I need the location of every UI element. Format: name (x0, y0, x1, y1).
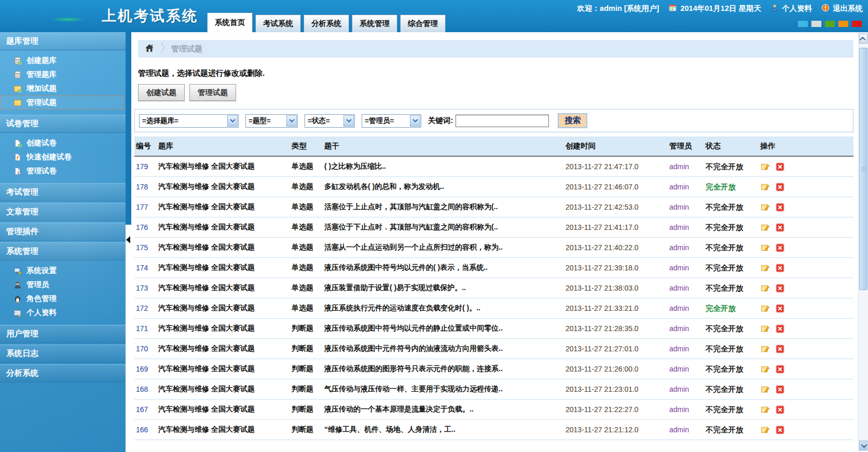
sidebar-section-题库管理[interactable]: 题库管理 (0, 32, 126, 50)
sidebar-section-用户管理[interactable]: 用户管理 (0, 325, 126, 343)
edit-note-icon[interactable] (760, 365, 770, 374)
tab-分析系统[interactable]: 分析系统 (304, 15, 349, 32)
cell-type: 判断题 (290, 344, 323, 353)
theme-color-swatch[interactable] (825, 21, 835, 27)
cell-id: 171 (134, 324, 157, 333)
delete-icon[interactable] (776, 223, 784, 232)
scrollbar-thumb[interactable] (859, 48, 867, 290)
delete-icon[interactable] (776, 324, 784, 333)
delete-icon[interactable] (776, 203, 784, 212)
cell-stem: “维修工具、机件、场地、人身清洁，工.. (323, 425, 564, 434)
sidebar-gutter (126, 32, 131, 452)
cell-stem: 活塞位于下止点时．其顶部与汽缸盖之间的容积称为(.. (323, 223, 564, 232)
delete-icon[interactable] (776, 345, 784, 353)
table-row: 179汽车检测与维修 全国大赛试题单选题( )之比称为压缩比..2013-11-… (134, 157, 853, 177)
sidebar-section-考试管理[interactable]: 考试管理 (0, 183, 126, 201)
note-add-icon (13, 85, 22, 93)
delete-icon[interactable] (776, 162, 784, 171)
edit-note-icon[interactable] (760, 324, 770, 333)
cell-status: 不完全开放 (704, 344, 759, 354)
filter-select-1[interactable]: =选择题库= (139, 114, 239, 128)
cell-id: 167 (134, 405, 157, 414)
theme-color-swatch[interactable] (798, 21, 808, 27)
logout-link[interactable]: 退出系统 (821, 4, 863, 13)
delete-icon[interactable] (776, 405, 784, 414)
edit-note-icon[interactable] (760, 203, 770, 212)
edit-note-icon[interactable] (760, 264, 770, 272)
monitor-key-icon (13, 267, 22, 275)
sidebar-section-管理插件[interactable]: 管理插件 (0, 223, 126, 241)
chevron-up-icon (860, 36, 865, 42)
sidebar-section-试卷管理[interactable]: 试卷管理 (0, 115, 126, 133)
sidebar-section-分析系统[interactable]: 分析系统 (0, 364, 126, 382)
filter-select-4[interactable]: =管理员= (362, 114, 421, 128)
cell-operations (759, 203, 853, 212)
edit-note-icon[interactable] (760, 183, 770, 191)
action-button-管理试题[interactable]: 管理试题 (189, 84, 236, 101)
column-header-类型: 类型 (290, 141, 323, 151)
profile-link[interactable]: 个人资料 (770, 4, 812, 13)
delete-icon[interactable] (776, 304, 784, 313)
keyword-input[interactable] (456, 115, 549, 127)
tab-综合管理[interactable]: 综合管理 (400, 15, 446, 32)
penguin-icon (13, 295, 22, 303)
tab-系统管理[interactable]: 系统管理 (352, 15, 397, 32)
scroll-up-button[interactable] (859, 34, 867, 44)
edit-note-icon[interactable] (760, 405, 770, 414)
sidebar-item-快速创建试卷[interactable]: 快速创建试卷 (0, 150, 126, 164)
cell-operations (759, 426, 853, 434)
tab-系统首页[interactable]: 系统首页 (207, 12, 253, 32)
selected-option: =题型= (249, 116, 271, 126)
sidebar-item-系统设置[interactable]: 系统设置 (0, 264, 126, 278)
edit-note-icon[interactable] (760, 385, 770, 394)
theme-color-swatch[interactable] (852, 21, 862, 27)
edit-note-icon[interactable] (760, 243, 770, 252)
cell-status: 不完全开放 (704, 405, 759, 415)
sidebar-item-label: 增加试题 (26, 84, 57, 93)
delete-icon[interactable] (776, 284, 784, 293)
cell-operations (759, 264, 853, 272)
column-header-题库: 题库 (157, 141, 290, 151)
column-header-状态: 状态 (704, 141, 759, 151)
edit-note-icon[interactable] (760, 284, 770, 293)
sidebar-item-管理试卷[interactable]: 管理试卷 (0, 164, 126, 178)
action-button-创建试题[interactable]: 创建试题 (138, 84, 185, 101)
delete-icon[interactable] (776, 243, 784, 252)
cell-id: 170 (134, 345, 157, 353)
delete-icon[interactable] (776, 183, 784, 191)
sidebar-item-管理题库[interactable]: 管理题库 (0, 67, 126, 81)
delete-icon[interactable] (776, 264, 784, 272)
theme-color-swatch[interactable] (838, 21, 848, 27)
cell-bank: 汽车检测与维修 全国大赛试题 (157, 162, 290, 171)
sidebar-section-系统日志[interactable]: 系统日志 (0, 345, 126, 363)
delete-icon[interactable] (776, 365, 784, 374)
welcome-text: 欢迎：admin [系统用户] (577, 4, 659, 13)
theme-color-swatch[interactable] (811, 21, 821, 27)
delete-icon[interactable] (776, 426, 784, 434)
sidebar-item-增加试题[interactable]: 增加试题 (0, 81, 126, 95)
edit-note-icon[interactable] (760, 162, 770, 171)
cell-id: 168 (134, 385, 157, 393)
edit-note-icon[interactable] (760, 345, 770, 353)
home-icon[interactable] (144, 43, 155, 55)
scroll-down-button[interactable] (859, 441, 867, 450)
sidebar-item-角色管理[interactable]: 角色管理 (0, 292, 126, 306)
sidebar-section-文章管理[interactable]: 文章管理 (0, 203, 126, 221)
breadcrumb: 管理试题 (138, 40, 853, 58)
sidebar-item-管理员[interactable]: 管理员 (0, 278, 126, 292)
delete-icon[interactable] (776, 385, 784, 394)
sidebar-item-个人资料[interactable]: 个人资料 (0, 306, 126, 320)
search-button[interactable]: 搜索 (558, 113, 587, 128)
edit-note-icon[interactable] (760, 304, 770, 313)
sidebar-item-管理试题[interactable]: 管理试题 (0, 95, 124, 109)
filter-select-2[interactable]: =题型= (245, 114, 298, 128)
edit-note-icon[interactable] (760, 426, 770, 434)
tab-考试系统[interactable]: 考试系统 (255, 15, 301, 32)
sidebar-section-系统管理[interactable]: 系统管理 (0, 242, 126, 261)
edit-note-icon[interactable] (760, 223, 770, 232)
sidebar-item-创建试卷[interactable]: 创建试卷 (0, 136, 126, 150)
filter-select-3[interactable]: =状态= (305, 114, 355, 128)
sidebar-item-创建题库[interactable]: 创建题库 (0, 53, 126, 67)
dropdown-arrow-icon (286, 115, 297, 127)
sidebar-collapse-handle[interactable] (126, 236, 130, 243)
